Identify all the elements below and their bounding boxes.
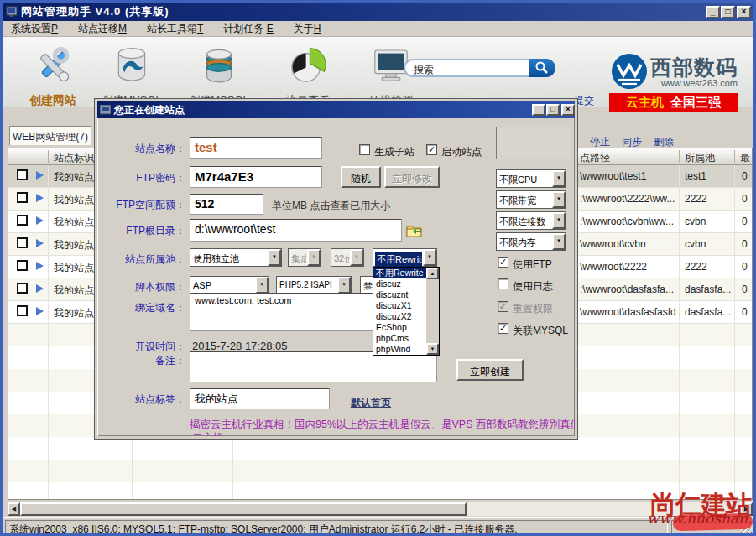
dropdown-option[interactable]: phpCms xyxy=(373,333,426,344)
horizontal-scrollbar[interactable]: ◀ ▶ xyxy=(8,502,753,516)
dropdown-option[interactable]: 不用Rewrite xyxy=(373,268,426,278)
bits-select[interactable]: 32位▼ xyxy=(331,248,364,267)
pie-chart-icon xyxy=(288,45,328,86)
mode-select[interactable]: 集成▼ xyxy=(288,248,321,267)
ftp-quota-input[interactable]: 512 xyxy=(190,194,263,215)
use-ftp-checkbox[interactable]: ✓ xyxy=(498,257,508,268)
status-bar: 系统win2003_x86 IIS6.0; MYSQL5.1; FTP-msft… xyxy=(3,517,753,536)
row-checkbox[interactable] xyxy=(17,192,28,203)
ftp-password-input[interactable]: M7r4a7E3 xyxy=(190,166,322,188)
dialog-minimize-button[interactable]: _ xyxy=(532,104,545,116)
create-now-button[interactable]: 立即创建 xyxy=(456,359,524,381)
dialog-title-bar: 您正在创建站点 xyxy=(97,101,575,118)
chevron-down-icon[interactable]: ▼ xyxy=(255,277,269,294)
pool-select[interactable]: 使用独立池▼ xyxy=(190,248,282,267)
create-site-button[interactable]: 创建网站 xyxy=(14,40,91,106)
site-tag-label: 站点标签： xyxy=(97,393,185,407)
bandwidth-limit-select[interactable]: 不限带宽▼ xyxy=(496,190,566,209)
note-label: 备注： xyxy=(97,354,185,368)
gen-substation-checkbox[interactable] xyxy=(359,144,370,155)
tab-web-site-manage[interactable]: WEB网站管理(7) xyxy=(9,126,91,145)
asp-select[interactable]: ASP▼ xyxy=(190,276,269,294)
brand-url[interactable]: www.west263.com xyxy=(650,78,738,88)
dropdown-option[interactable]: EcShop xyxy=(373,322,426,333)
dropdown-option[interactable]: phpWind xyxy=(373,344,426,355)
memory-limit-select[interactable]: 不限内存▼ xyxy=(496,232,566,251)
chevron-down-icon[interactable]: ▼ xyxy=(552,212,566,229)
dialog-maximize-button[interactable]: □ xyxy=(546,104,560,116)
menu-webmaster-tools[interactable]: 站长工具箱T xyxy=(147,22,203,36)
link-mysql-checkbox[interactable]: ✓ xyxy=(498,323,508,334)
row-checkbox[interactable] xyxy=(17,305,28,316)
menu-about[interactable]: 关于H xyxy=(294,22,321,36)
sync-link[interactable]: 同步 xyxy=(622,135,642,149)
menu-site-migrate[interactable]: 站点迁移M xyxy=(78,22,127,36)
delete-link[interactable]: 删除 xyxy=(654,135,674,149)
chevron-down-icon[interactable]: ▼ xyxy=(268,249,281,266)
row-checkbox[interactable] xyxy=(17,169,28,180)
row-play-icon[interactable] xyxy=(36,216,44,225)
traffic-view-button[interactable]: 流量查看 xyxy=(264,40,352,106)
stop-link[interactable]: 停止 xyxy=(590,135,610,149)
row-play-icon[interactable] xyxy=(36,194,44,202)
search-input[interactable]: 搜索 xyxy=(404,59,529,77)
chevron-down-icon[interactable]: ▼ xyxy=(552,233,566,250)
dropdown-option[interactable]: discuznt xyxy=(373,289,426,300)
row-play-icon[interactable] xyxy=(36,171,44,180)
col-site-id[interactable]: 站点标识 xyxy=(54,151,94,165)
quota-hint[interactable]: 单位MB 点击查看已用大小 xyxy=(272,199,390,213)
site-name-input[interactable]: test xyxy=(190,137,322,159)
row-checkbox[interactable] xyxy=(17,260,28,271)
row-play-icon[interactable] xyxy=(36,307,44,315)
watermark-url: www.huoshan.info xyxy=(647,510,756,527)
rewrite-select[interactable]: 不用Rewrite▼ xyxy=(373,248,437,267)
minimize-button[interactable]: _ xyxy=(706,6,720,18)
dropdown-option[interactable]: discuzX1 xyxy=(373,300,426,311)
chevron-down-icon[interactable]: ▼ xyxy=(423,249,436,266)
script-perms-label: 脚本权限： xyxy=(97,280,185,294)
connections-limit-select[interactable]: 不限连接数▼ xyxy=(496,211,566,230)
search-button[interactable] xyxy=(529,59,555,77)
dropdown-scrollbar[interactable] xyxy=(426,268,439,355)
row-play-icon[interactable] xyxy=(36,262,44,270)
folder-browse-icon[interactable] xyxy=(406,223,422,237)
php-select[interactable]: PHP5.2 ISAPI▼ xyxy=(276,276,352,294)
scroll-left-button[interactable]: ◀ xyxy=(8,502,20,516)
random-button[interactable]: 随机 xyxy=(341,166,381,188)
ftp-root-input[interactable]: d:\wwwroot\test xyxy=(190,219,402,242)
close-button[interactable]: × xyxy=(737,6,751,18)
chevron-down-icon[interactable]: ▼ xyxy=(337,277,351,294)
cpu-limit-select[interactable]: 不限CPU▼ xyxy=(496,169,566,188)
create-mssql-button[interactable]: 创建MSSQL xyxy=(177,40,261,106)
scrollbar-thumb[interactable] xyxy=(20,502,467,516)
dropdown-option[interactable]: discuz xyxy=(373,278,426,289)
chevron-down-icon[interactable]: ▼ xyxy=(552,191,566,208)
note-textarea[interactable] xyxy=(190,351,437,382)
dropdown-option[interactable]: discuzX2 xyxy=(373,311,426,322)
scroll-down-icon[interactable]: ▼ xyxy=(426,343,439,355)
row-checkbox[interactable] xyxy=(17,215,28,226)
col-pool[interactable]: 所属池 xyxy=(685,151,715,165)
use-log-checkbox[interactable] xyxy=(498,278,508,289)
modify-now-button[interactable]: 立即修改 xyxy=(384,166,440,188)
bind-domain-label: 绑定域名： xyxy=(97,301,185,315)
scroll-up-icon[interactable]: ▲ xyxy=(426,268,439,279)
row-checkbox[interactable] xyxy=(17,283,28,294)
maximize-button[interactable]: □ xyxy=(721,6,735,18)
reset-perms-checkbox[interactable]: ✓ xyxy=(498,301,508,312)
menu-scheduled-tasks[interactable]: 计划任务 E xyxy=(223,22,273,36)
gen-substation-label: 生成子站 xyxy=(374,145,414,159)
default-home-link[interactable]: 默认首页 xyxy=(351,396,391,410)
row-play-icon[interactable] xyxy=(36,284,44,293)
create-mysql-button[interactable]: 创建MYSQL xyxy=(91,40,172,106)
start-site-checkbox[interactable]: ✓ xyxy=(426,144,437,155)
dialog-close-button[interactable]: × xyxy=(561,104,575,116)
row-play-icon[interactable] xyxy=(36,239,44,247)
menu-system-settings[interactable]: 系统设置P xyxy=(11,22,58,36)
row-checkbox[interactable] xyxy=(17,237,28,248)
chevron-down-icon[interactable]: ▼ xyxy=(552,170,566,187)
col-max[interactable]: 最 xyxy=(740,151,750,165)
col-site-path[interactable]: 点路径 xyxy=(580,151,610,165)
site-tag-input[interactable]: 我的站点 xyxy=(190,388,330,409)
cloud-host-banner[interactable]: 云主机 全国三强 xyxy=(609,93,738,112)
